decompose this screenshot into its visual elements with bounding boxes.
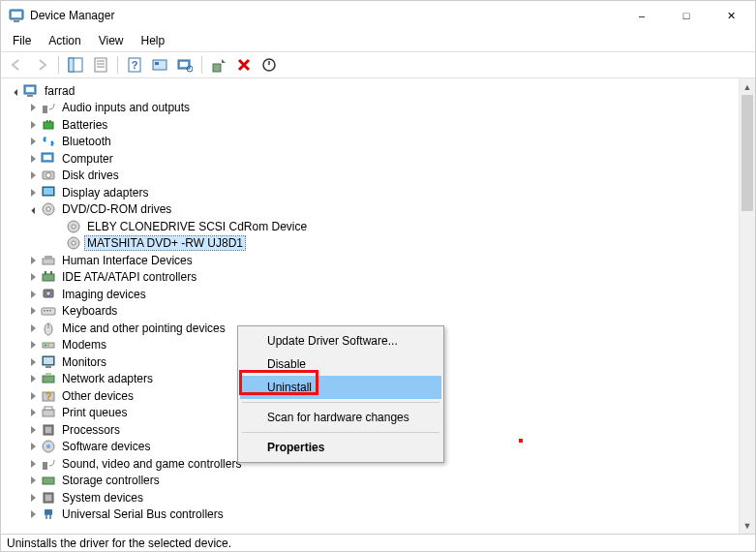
vertical-scrollbar[interactable]: ▲ ▼ [739, 78, 755, 534]
svg-rect-22 [44, 122, 53, 129]
help-button[interactable]: ? [123, 54, 146, 76]
expander-icon[interactable] [26, 169, 40, 181]
tree-category[interactable]: Computer [5, 150, 739, 168]
tree-category-label: Audio inputs and outputs [59, 100, 193, 115]
menu-view[interactable]: View [91, 32, 132, 49]
expander-icon[interactable] [26, 373, 40, 384]
expander-icon[interactable] [26, 441, 40, 452]
menu-action[interactable]: Action [41, 32, 88, 49]
tree-category[interactable]: Disk drives [5, 168, 739, 185]
optical-drive-icon [66, 235, 81, 251]
update-driver-button[interactable] [207, 54, 230, 76]
svg-rect-38 [45, 256, 52, 259]
tree-category[interactable]: Display adapters [5, 184, 739, 201]
expander-icon[interactable] [26, 119, 40, 131]
maximize-button[interactable]: □ [664, 1, 709, 30]
tree-category[interactable]: Keyboards [5, 303, 739, 321]
tree-category-label: System devices [59, 490, 146, 506]
svg-point-28 [46, 173, 51, 178]
tree-category-label: Monitors [59, 354, 109, 370]
context-menu-update-driver[interactable]: Update Driver Software... [240, 329, 441, 353]
tree-root-label: farrad [42, 83, 77, 99]
scroll-up-button[interactable]: ▲ [740, 78, 755, 95]
context-menu-scan[interactable]: Scan for hardware changes [240, 406, 441, 429]
back-button[interactable] [5, 54, 28, 76]
tree-root[interactable]: farrad [5, 82, 739, 100]
svg-rect-2 [14, 20, 19, 22]
scroll-thumb[interactable] [741, 95, 753, 211]
expander-icon[interactable] [26, 475, 40, 486]
tree-category[interactable]: IDE ATA/ATAPI controllers [5, 269, 739, 287]
minimize-button[interactable]: – [620, 1, 664, 30]
forward-button[interactable] [30, 54, 53, 76]
expander-icon[interactable] [26, 424, 40, 436]
tree-category-label: Imaging devices [59, 287, 149, 302]
device-category-icon [41, 405, 56, 420]
expander-icon[interactable] [26, 492, 40, 504]
expander-icon[interactable] [26, 305, 40, 317]
device-tree[interactable]: farrad Audio inputs and outputsBatteries… [1, 78, 739, 534]
svg-rect-26 [44, 155, 51, 160]
svg-point-65 [46, 445, 50, 448]
scroll-down-button[interactable]: ▼ [740, 517, 755, 534]
tree-category-label: Computer [59, 151, 116, 167]
svg-rect-40 [45, 271, 46, 274]
toolbar-separator [117, 56, 118, 74]
scan-hardware-button[interactable] [173, 54, 197, 76]
tree-category-label: Processors [59, 422, 123, 438]
device-category-icon [41, 185, 56, 200]
expander-icon[interactable] [26, 339, 40, 351]
device-category-icon [41, 506, 56, 522]
tree-category[interactable]: Imaging devices [5, 286, 739, 303]
tree-category[interactable]: Audio inputs and outputs [5, 100, 739, 117]
action-button[interactable] [148, 54, 171, 76]
tree-category-label: Universal Serial Bus controllers [59, 506, 227, 522]
tree-category[interactable]: Storage controllers [5, 473, 739, 490]
tree-category[interactable]: Universal Serial Bus controllers [5, 506, 739, 524]
expander-icon[interactable] [26, 322, 40, 334]
context-menu: Update Driver Software... Disable Uninst… [237, 325, 444, 463]
tree-category[interactable]: System devices [5, 489, 739, 506]
expander-icon[interactable] [26, 390, 40, 402]
expander-icon[interactable] [26, 508, 40, 520]
device-category-icon [41, 117, 56, 133]
menu-file[interactable]: File [5, 32, 39, 49]
svg-rect-46 [46, 310, 48, 312]
close-button[interactable]: ✕ [709, 1, 753, 30]
tree-category-dvd[interactable]: DVD/CD-ROM drives [5, 201, 739, 219]
expander-icon[interactable] [26, 356, 40, 368]
tree-category-label: Print queues [59, 405, 130, 420]
expander-icon[interactable] [26, 458, 40, 470]
show-hide-tree-button[interactable] [64, 54, 87, 76]
expander-icon[interactable] [26, 187, 40, 199]
svg-point-36 [72, 241, 76, 245]
tree-category[interactable]: Human Interface Devices [5, 252, 739, 269]
tree-device[interactable]: ELBY CLONEDRIVE SCSI CdRom Device [5, 218, 739, 235]
properties-button[interactable] [89, 54, 112, 76]
expander-icon[interactable] [9, 85, 22, 97]
expander-icon[interactable] [26, 102, 40, 113]
expander-icon[interactable] [26, 289, 40, 300]
svg-rect-69 [45, 495, 51, 501]
uninstall-button[interactable] [232, 54, 256, 76]
context-menu-properties[interactable]: Properties [240, 436, 441, 459]
context-menu-disable[interactable]: Disable [240, 353, 441, 376]
tree-device-selected[interactable]: MATSHITA DVD+ -RW UJ8D1 [5, 235, 739, 253]
expander-icon[interactable] [26, 136, 40, 147]
expander-icon[interactable] [26, 255, 40, 266]
expander-icon[interactable] [26, 153, 40, 165]
svg-point-34 [72, 225, 76, 229]
app-icon [9, 8, 24, 23]
expander-icon[interactable] [26, 203, 40, 215]
svg-rect-1 [12, 12, 21, 17]
statusbar: Uninstalls the driver for the selected d… [1, 534, 755, 552]
menu-help[interactable]: Help [134, 32, 173, 49]
context-menu-uninstall[interactable]: Uninstall [240, 376, 441, 399]
tree-category-label: Storage controllers [59, 473, 163, 488]
tree-category[interactable]: Bluetooth [5, 134, 739, 151]
tree-category[interactable]: Batteries [5, 116, 739, 134]
expander-icon[interactable] [26, 271, 40, 283]
expander-icon[interactable] [26, 407, 40, 418]
svg-rect-5 [95, 58, 106, 72]
disable-button[interactable] [257, 54, 281, 76]
